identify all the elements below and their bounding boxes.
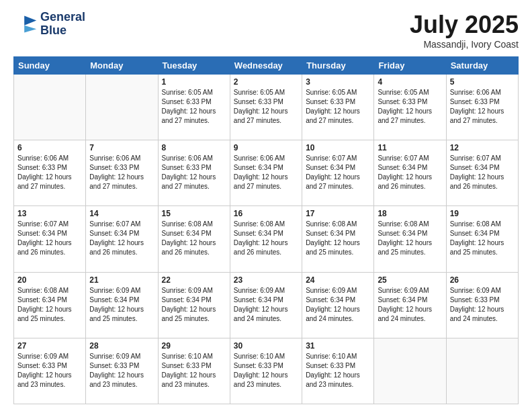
calendar-cell: [446, 338, 518, 404]
day-info: Sunrise: 6:06 AM Sunset: 6:33 PM Dayligh…: [89, 154, 154, 191]
day-number: 6: [17, 143, 82, 152]
calendar-cell: 17Sunrise: 6:08 AM Sunset: 6:34 PM Dayli…: [302, 206, 374, 272]
main-title: July 2025: [410, 11, 519, 39]
day-info: Sunrise: 6:09 AM Sunset: 6:34 PM Dayligh…: [234, 286, 298, 324]
week-row-4: 27Sunrise: 6:09 AM Sunset: 6:33 PM Dayli…: [14, 338, 519, 404]
day-info: Sunrise: 6:08 AM Sunset: 6:34 PM Dayligh…: [378, 220, 442, 257]
day-info: Sunrise: 6:07 AM Sunset: 6:34 PM Dayligh…: [89, 220, 154, 257]
calendar-cell: 20Sunrise: 6:08 AM Sunset: 6:34 PM Dayli…: [14, 272, 86, 338]
day-number: 14: [89, 209, 154, 218]
day-number: 25: [378, 275, 442, 285]
day-number: 28: [89, 341, 154, 351]
day-number: 31: [306, 341, 370, 351]
week-row-3: 20Sunrise: 6:08 AM Sunset: 6:34 PM Dayli…: [14, 272, 519, 338]
weekday-header-thursday: Thursday: [302, 57, 374, 75]
day-number: 2: [234, 77, 298, 87]
day-number: 11: [378, 143, 442, 152]
day-info: Sunrise: 6:08 AM Sunset: 6:34 PM Dayligh…: [234, 220, 298, 257]
calendar-table: SundayMondayTuesdayWednesdayThursdayFrid…: [13, 56, 519, 404]
logo-line1: General: [40, 11, 85, 24]
calendar-cell: 6Sunrise: 6:06 AM Sunset: 6:33 PM Daylig…: [14, 140, 86, 206]
calendar-cell: 14Sunrise: 6:07 AM Sunset: 6:34 PM Dayli…: [86, 206, 158, 272]
day-info: Sunrise: 6:07 AM Sunset: 6:34 PM Dayligh…: [306, 154, 370, 191]
weekday-header-row: SundayMondayTuesdayWednesdayThursdayFrid…: [14, 57, 519, 75]
day-number: 19: [450, 209, 515, 218]
weekday-header-friday: Friday: [374, 57, 446, 75]
calendar-cell: 5Sunrise: 6:06 AM Sunset: 6:33 PM Daylig…: [446, 75, 518, 140]
calendar-cell: [374, 338, 446, 404]
day-number: 22: [162, 275, 226, 285]
day-number: 13: [17, 209, 82, 218]
day-info: Sunrise: 6:07 AM Sunset: 6:34 PM Dayligh…: [378, 154, 442, 191]
calendar-cell: 18Sunrise: 6:08 AM Sunset: 6:34 PM Dayli…: [374, 206, 446, 272]
day-number: 16: [234, 209, 298, 218]
day-number: 9: [234, 143, 298, 152]
weekday-header-sunday: Sunday: [14, 57, 86, 75]
day-info: Sunrise: 6:09 AM Sunset: 6:34 PM Dayligh…: [162, 286, 226, 324]
day-info: Sunrise: 6:09 AM Sunset: 6:34 PM Dayligh…: [306, 286, 370, 324]
calendar-cell: 30Sunrise: 6:10 AM Sunset: 6:33 PM Dayli…: [230, 338, 302, 404]
calendar-cell: 23Sunrise: 6:09 AM Sunset: 6:34 PM Dayli…: [230, 272, 302, 338]
day-info: Sunrise: 6:07 AM Sunset: 6:34 PM Dayligh…: [450, 154, 515, 191]
day-info: Sunrise: 6:05 AM Sunset: 6:33 PM Dayligh…: [162, 88, 226, 126]
day-info: Sunrise: 6:05 AM Sunset: 6:33 PM Dayligh…: [378, 88, 442, 126]
calendar-cell: 9Sunrise: 6:06 AM Sunset: 6:34 PM Daylig…: [230, 140, 302, 206]
day-info: Sunrise: 6:06 AM Sunset: 6:33 PM Dayligh…: [17, 154, 82, 191]
calendar-cell: 11Sunrise: 6:07 AM Sunset: 6:34 PM Dayli…: [374, 140, 446, 206]
day-number: 10: [306, 143, 370, 152]
header: General Blue July 2025 Massandji, Ivory …: [13, 11, 519, 50]
calendar-cell: 22Sunrise: 6:09 AM Sunset: 6:34 PM Dayli…: [158, 272, 230, 338]
day-number: 18: [378, 209, 442, 218]
day-number: 30: [234, 341, 298, 351]
day-info: Sunrise: 6:09 AM Sunset: 6:34 PM Dayligh…: [378, 286, 442, 324]
day-number: 23: [234, 275, 298, 285]
day-number: 5: [450, 77, 515, 87]
calendar-cell: 3Sunrise: 6:05 AM Sunset: 6:33 PM Daylig…: [302, 75, 374, 140]
weekday-header-saturday: Saturday: [446, 57, 518, 75]
day-number: 4: [378, 77, 442, 87]
logo-text: General Blue: [40, 11, 85, 38]
day-number: 1: [162, 77, 226, 87]
day-number: 12: [450, 143, 515, 152]
day-number: 8: [162, 143, 226, 152]
day-number: 24: [306, 275, 370, 285]
week-row-1: 6Sunrise: 6:06 AM Sunset: 6:33 PM Daylig…: [14, 140, 519, 206]
day-info: Sunrise: 6:05 AM Sunset: 6:33 PM Dayligh…: [234, 88, 298, 126]
day-number: 17: [306, 209, 370, 218]
calendar-cell: 29Sunrise: 6:10 AM Sunset: 6:33 PM Dayli…: [158, 338, 230, 404]
calendar-cell: 15Sunrise: 6:08 AM Sunset: 6:34 PM Dayli…: [158, 206, 230, 272]
calendar-cell: 24Sunrise: 6:09 AM Sunset: 6:34 PM Dayli…: [302, 272, 374, 338]
day-number: 29: [162, 341, 226, 351]
calendar-cell: 2Sunrise: 6:05 AM Sunset: 6:33 PM Daylig…: [230, 75, 302, 140]
day-info: Sunrise: 6:09 AM Sunset: 6:33 PM Dayligh…: [17, 352, 82, 390]
calendar-cell: 27Sunrise: 6:09 AM Sunset: 6:33 PM Dayli…: [14, 338, 86, 404]
logo-line2: Blue: [40, 24, 85, 38]
day-info: Sunrise: 6:09 AM Sunset: 6:33 PM Dayligh…: [450, 286, 515, 324]
day-number: 26: [450, 275, 515, 285]
week-row-2: 13Sunrise: 6:07 AM Sunset: 6:34 PM Dayli…: [14, 206, 519, 272]
calendar-cell: 4Sunrise: 6:05 AM Sunset: 6:33 PM Daylig…: [374, 75, 446, 140]
page: General Blue July 2025 Massandji, Ivory …: [0, 0, 532, 411]
calendar-cell: 12Sunrise: 6:07 AM Sunset: 6:34 PM Dayli…: [446, 140, 518, 206]
calendar-cell: 21Sunrise: 6:09 AM Sunset: 6:34 PM Dayli…: [86, 272, 158, 338]
day-info: Sunrise: 6:07 AM Sunset: 6:34 PM Dayligh…: [17, 220, 82, 257]
day-info: Sunrise: 6:06 AM Sunset: 6:33 PM Dayligh…: [162, 154, 226, 191]
weekday-header-tuesday: Tuesday: [158, 57, 230, 75]
logo-icon: [13, 12, 38, 36]
calendar-cell: 10Sunrise: 6:07 AM Sunset: 6:34 PM Dayli…: [302, 140, 374, 206]
day-info: Sunrise: 6:08 AM Sunset: 6:34 PM Dayligh…: [17, 286, 82, 324]
title-area: July 2025 Massandji, Ivory Coast: [410, 11, 519, 50]
calendar-cell: 7Sunrise: 6:06 AM Sunset: 6:33 PM Daylig…: [86, 140, 158, 206]
day-number: 3: [306, 77, 370, 87]
day-info: Sunrise: 6:09 AM Sunset: 6:34 PM Dayligh…: [89, 286, 154, 324]
calendar-cell: 16Sunrise: 6:08 AM Sunset: 6:34 PM Dayli…: [230, 206, 302, 272]
day-number: 20: [17, 275, 82, 285]
calendar-cell: 25Sunrise: 6:09 AM Sunset: 6:34 PM Dayli…: [374, 272, 446, 338]
day-info: Sunrise: 6:10 AM Sunset: 6:33 PM Dayligh…: [162, 352, 226, 390]
day-info: Sunrise: 6:10 AM Sunset: 6:33 PM Dayligh…: [306, 352, 370, 390]
day-info: Sunrise: 6:10 AM Sunset: 6:33 PM Dayligh…: [234, 352, 298, 390]
day-info: Sunrise: 6:05 AM Sunset: 6:33 PM Dayligh…: [306, 88, 370, 126]
day-number: 27: [17, 341, 82, 351]
day-info: Sunrise: 6:06 AM Sunset: 6:33 PM Dayligh…: [450, 88, 515, 126]
calendar-cell: 19Sunrise: 6:08 AM Sunset: 6:34 PM Dayli…: [446, 206, 518, 272]
